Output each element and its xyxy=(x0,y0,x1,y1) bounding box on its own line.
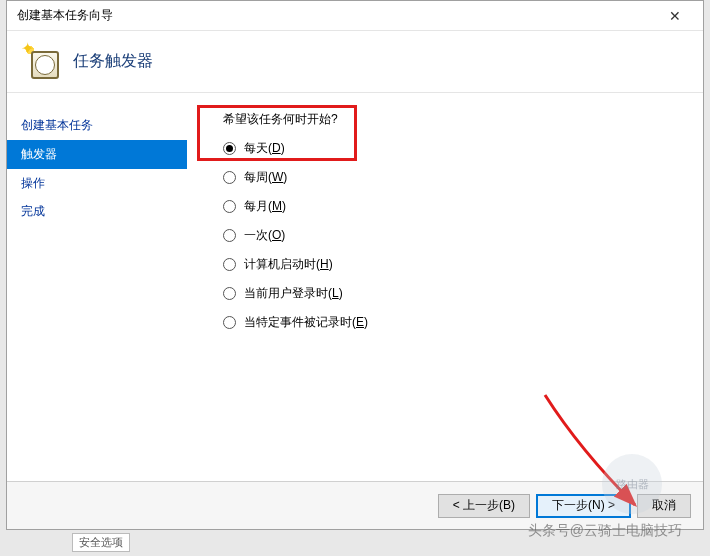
back-button[interactable]: < 上一步(B) xyxy=(438,494,530,518)
background-fragment: 安全选项 xyxy=(72,533,130,552)
radio-icon xyxy=(223,171,236,184)
nav-action[interactable]: 操作 xyxy=(7,169,187,198)
radio-on-event[interactable]: 当特定事件被记录时(E) xyxy=(223,314,703,331)
cancel-button[interactable]: 取消 xyxy=(637,494,691,518)
radio-icon xyxy=(223,200,236,213)
next-button[interactable]: 下一步(N) > xyxy=(536,494,631,518)
radio-icon xyxy=(223,287,236,300)
radio-icon xyxy=(223,142,236,155)
wizard-header: 任务触发器 xyxy=(7,31,703,93)
wizard-body: 创建基本任务 触发器 操作 完成 希望该任务何时开始? 每天(D) 每周(W) … xyxy=(7,93,703,481)
radio-monthly[interactable]: 每月(M) xyxy=(223,198,703,215)
nav-trigger[interactable]: 触发器 xyxy=(7,140,187,169)
radio-icon xyxy=(223,258,236,271)
wizard-dialog: 创建基本任务向导 ✕ 任务触发器 创建基本任务 触发器 操作 完成 希望该任务何… xyxy=(6,0,704,530)
close-button[interactable]: ✕ xyxy=(655,2,695,30)
radio-on-boot[interactable]: 计算机启动时(H) xyxy=(223,256,703,273)
radio-weekly[interactable]: 每周(W) xyxy=(223,169,703,186)
wizard-main: 希望该任务何时开始? 每天(D) 每周(W) 每月(M) 一次(O) 计算机启动… xyxy=(187,93,703,481)
wizard-footer: < 上一步(B) 下一步(N) > 取消 xyxy=(7,481,703,529)
page-title: 任务触发器 xyxy=(73,51,153,72)
nav-finish[interactable]: 完成 xyxy=(7,197,187,226)
radio-icon xyxy=(223,316,236,329)
radio-on-logon[interactable]: 当前用户登录时(L) xyxy=(223,285,703,302)
scheduler-icon xyxy=(25,45,59,79)
titlebar: 创建基本任务向导 ✕ xyxy=(7,1,703,31)
trigger-question: 希望该任务何时开始? xyxy=(223,111,703,128)
window-title: 创建基本任务向导 xyxy=(17,7,655,24)
radio-icon xyxy=(223,229,236,242)
radio-daily[interactable]: 每天(D) xyxy=(223,140,703,157)
wizard-nav: 创建基本任务 触发器 操作 完成 xyxy=(7,93,187,481)
close-icon: ✕ xyxy=(669,8,681,24)
radio-once[interactable]: 一次(O) xyxy=(223,227,703,244)
nav-create-task[interactable]: 创建基本任务 xyxy=(7,111,187,140)
